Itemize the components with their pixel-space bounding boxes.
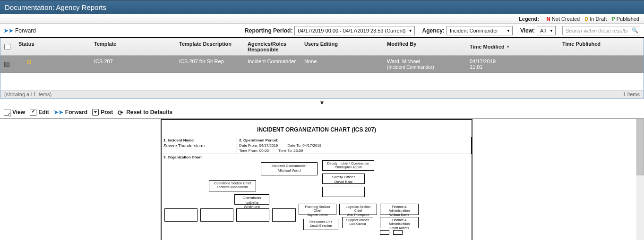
box-safety-officer: Safety OfficerDavid Katz (322, 174, 365, 184)
expand-handle-icon[interactable]: ▼ (0, 99, 644, 106)
cell-users: None (301, 56, 383, 73)
box-blank-4 (236, 208, 269, 222)
select-all-checkbox[interactable] (4, 44, 10, 50)
filter-bar: ➤➤ Forward Reporting Period: 04/17/2019 … (0, 24, 644, 38)
box-resources-unit: Resources UnitJacob Bearden (303, 219, 338, 230)
forward-label: Forward (15, 27, 36, 34)
col-status[interactable]: Status (15, 38, 90, 55)
forward-button-top[interactable]: ➤➤ Forward (4, 27, 36, 34)
cell-time-published (546, 56, 617, 73)
actions-bar: View Edit ➤➤Forward Post Reset to Defaul… (0, 106, 644, 119)
reset-icon (118, 109, 124, 116)
row-checkbox[interactable] (4, 62, 9, 67)
legend-not-created-sym: N (547, 16, 550, 22)
agency-select[interactable]: Incident Commander (447, 26, 513, 35)
edit-icon (30, 109, 36, 116)
forward-icon: ➤➤ (4, 27, 13, 34)
box-incident-commander: Incident CommanderMichael Ward (261, 162, 318, 175)
view-button[interactable]: View (4, 109, 25, 116)
col-time-published[interactable]: Time Published (546, 38, 617, 55)
showing-text: (showing all 1 items) (4, 91, 52, 97)
reporting-period-label: Reporting Period: (245, 27, 292, 34)
col-modified-by[interactable]: Modified By (383, 38, 466, 55)
forward-icon: ➤➤ (54, 109, 63, 116)
view-icon (4, 109, 10, 116)
box-logistics-section-chief: Logistics Section ChiefAva Thompson (339, 204, 377, 215)
box-blank-6 (380, 230, 389, 235)
incident-name-label: 1. Incident Name: (163, 138, 235, 142)
forward-button[interactable]: ➤➤Forward (54, 109, 87, 116)
legend-published-text: Published (617, 16, 639, 22)
box-finance-admin: Finance & AdministrationWilliam Davis (380, 204, 419, 215)
legend-in-draft-text: In Draft (590, 16, 607, 22)
incident-name: Severe Thunderstorm (163, 143, 235, 148)
grid-footer: (showing all 1 items) 1 items (0, 90, 644, 98)
org-chart: Incident CommanderMichael Ward Deputy In… (162, 160, 472, 240)
cell-modified-by: Ward, Michael (Incident Commander) (383, 56, 466, 73)
search-input[interactable]: Search within these results 🔍 (562, 26, 640, 35)
reports-grid: Status Template Template Description Age… (0, 38, 644, 99)
legend-in-draft-sym: D (584, 16, 588, 22)
view-label: View: (520, 27, 535, 34)
box-blank-1 (322, 187, 365, 197)
col-template[interactable]: Template (90, 38, 175, 55)
legend-not-created-text: Not Created (552, 16, 580, 22)
view-select[interactable]: All (537, 26, 556, 35)
col-time-modified[interactable]: Time Modified▼ (466, 38, 546, 55)
search-icon[interactable]: 🔍 (632, 27, 638, 33)
scrollbar-thumb[interactable] (636, 119, 644, 175)
operational-period-label: 2. Operational Period: (239, 138, 469, 142)
legend-label: Legend: (519, 16, 539, 22)
reset-button[interactable]: Reset to Defaults (118, 109, 172, 116)
legend-bar: Legend: N Not Created D In Draft P Publi… (0, 14, 644, 24)
edit-button[interactable]: Edit (30, 109, 49, 116)
table-row[interactable]: D ICS 207 ICS 207 for Sit Rep Incident C… (0, 56, 644, 73)
post-icon (92, 109, 99, 116)
doc-title: INCIDENT ORGANIZATION CHART (ICS 207) (162, 126, 472, 133)
search-placeholder: Search within these results (566, 28, 627, 33)
post-button[interactable]: Post (92, 109, 113, 116)
page-title: Documentation: Agency Reports (0, 0, 644, 14)
agency-label: Agency: (422, 27, 445, 34)
box-support-branch: Support BranchLuis Garcia (342, 217, 373, 228)
sort-desc-icon: ▼ (507, 45, 510, 49)
col-users[interactable]: Users Editing (301, 38, 383, 55)
box-blank-2 (164, 208, 197, 222)
item-count: 1 items (623, 91, 640, 97)
col-agencies[interactable]: Agencies/Roles Responsible (244, 38, 301, 55)
box-operations: OperationsIsabella Whitmore (234, 194, 269, 205)
legend-published-sym: P (611, 16, 615, 22)
cell-template: ICS 207 (90, 56, 175, 73)
box-blank-3 (200, 208, 233, 222)
box-blank-5 (272, 208, 296, 222)
cell-time-modified: 04/17/2019 11:01 (466, 56, 546, 73)
ics207-document: INCIDENT ORGANIZATION CHART (ICS 207) 1.… (161, 119, 472, 240)
org-chart-label: 3. Organization Chart (162, 154, 472, 160)
box-finance-admin-2: Finance & AdministrationEthan Adams (380, 217, 419, 228)
box-planning-section-chief: Planning Section ChiefJayden Jones (299, 204, 336, 215)
cell-description: ICS 207 for Sit Rep (175, 56, 244, 73)
reporting-period-select[interactable]: 04/17/2019 00:00 - 04/17/2019 23:59 (Cur… (294, 26, 414, 35)
box-ops-section-chief: Operations Section ChiefRichard Dubanows… (209, 180, 256, 191)
box-blank-7 (393, 230, 403, 235)
col-description[interactable]: Template Description (175, 38, 244, 55)
status-draft-icon: D (27, 58, 31, 66)
cell-agencies: Incident Commander (244, 56, 301, 73)
document-preview: INCIDENT ORGANIZATION CHART (ICS 207) 1.… (0, 119, 644, 240)
box-deputy-ic: Deputy Incident CommanderChristopher Ago… (322, 160, 374, 171)
grid-header: Status Template Template Description Age… (0, 38, 644, 56)
